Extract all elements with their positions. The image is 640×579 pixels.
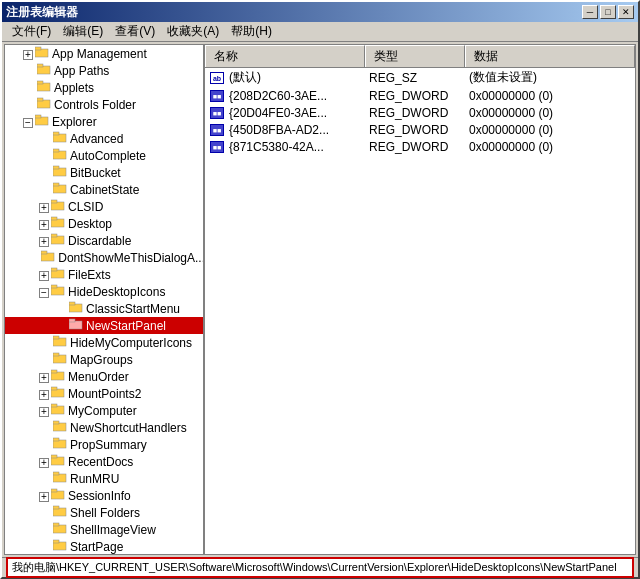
reg-entry-name: (默认) [225,69,365,86]
folder-icon [53,148,67,163]
tree-node[interactable]: − HideDesktopIcons [5,283,205,300]
svg-rect-59 [53,540,59,543]
folder-icon [51,369,65,384]
expand-button[interactable]: − [39,285,49,299]
svg-rect-43 [51,404,57,407]
folder-icon [51,454,65,469]
tree-node[interactable]: NewShortcutHandlers [5,419,205,436]
tree-node-label: Explorer [52,115,97,129]
tree-node[interactable]: StartPage [5,538,205,554]
tree-node[interactable]: AutoComplete [5,147,205,164]
main-content: + App Management App Paths Applets Contr… [4,44,636,555]
tree-node[interactable]: Controls Folder [5,96,205,113]
col-header-type[interactable]: 类型 [365,45,465,67]
tree-node[interactable]: RunMRU [5,470,205,487]
tree-node[interactable]: + CLSID [5,198,205,215]
svg-rect-39 [51,370,57,373]
col-header-data[interactable]: 数据 [465,45,635,67]
tree-node-label: NewShortcutHandlers [70,421,187,435]
expand-button[interactable]: + [39,268,49,282]
minimize-button[interactable]: ─ [582,5,598,19]
tree-node[interactable]: Applets [5,79,205,96]
reg-row[interactable]: ■■{871C5380-42A...REG_DWORD0x00000000 (0… [205,139,635,156]
tree-node[interactable]: + Desktop [5,215,205,232]
expand-button[interactable]: + [39,217,49,231]
tree-node[interactable]: App Paths [5,62,205,79]
reg-entry-data: 0x00000000 (0) [465,106,635,120]
expand-button[interactable]: + [23,47,33,61]
expand-button[interactable]: + [39,234,49,248]
reg-row[interactable]: ab(默认)REG_SZ(数值未设置) [205,68,635,88]
svg-rect-15 [53,166,59,169]
folder-icon [37,80,51,95]
svg-rect-23 [51,234,57,237]
menu-help[interactable]: 帮助(H) [225,22,278,41]
tree-scroll: + App Management App Paths Applets Contr… [5,45,205,554]
tree-node[interactable]: − Explorer [5,113,205,130]
tree-node[interactable]: BitBucket [5,164,205,181]
tree-node-label: StartPage [70,540,123,554]
expand-button[interactable]: + [39,404,49,418]
reg-row[interactable]: ■■{208D2C60-3AE...REG_DWORD0x00000000 (0… [205,88,635,105]
tree-node-label: CabinetState [70,183,139,197]
folder-icon [53,471,67,486]
tree-node[interactable]: + MyComputer [5,402,205,419]
tree-node[interactable]: ShellImageView [5,521,205,538]
expand-button[interactable]: + [39,200,49,214]
tree-node-label: MapGroups [70,353,133,367]
tree-node[interactable]: + MenuOrder [5,368,205,385]
svg-rect-37 [53,353,59,356]
folder-icon [53,522,67,537]
tree-node-label: Applets [54,81,94,95]
menu-edit[interactable]: 编辑(E) [57,22,109,41]
tree-node[interactable]: NewStartPanel [5,317,205,334]
folder-icon [51,386,65,401]
tree-node[interactable]: + RecentDocs [5,453,205,470]
tree-node-label: MountPoints2 [68,387,141,401]
svg-rect-5 [37,81,43,84]
folder-icon [51,403,65,418]
expand-button[interactable]: − [23,115,33,129]
folder-icon [51,284,65,299]
tree-node-label: Discardable [68,234,131,248]
reg-entry-name: {871C5380-42A... [225,140,365,154]
svg-rect-55 [53,506,59,509]
tree-node[interactable]: + SessionInfo [5,487,205,504]
reg-entry-name: {208D2C60-3AE... [225,89,365,103]
tree-node-label: PropSummary [70,438,147,452]
expand-button[interactable]: + [39,370,49,384]
tree-node[interactable]: HideMyComputerIcons [5,334,205,351]
reg-entry-data: (数值未设置) [465,69,635,86]
close-button[interactable]: ✕ [618,5,634,19]
menu-file[interactable]: 文件(F) [6,22,57,41]
folder-icon [53,352,67,367]
folder-icon [53,539,67,554]
tree-node[interactable]: Advanced [5,130,205,147]
tree-node[interactable]: + App Management [5,45,205,62]
tree-node[interactable]: CabinetState [5,181,205,198]
expand-button[interactable]: + [39,455,49,469]
tree-node[interactable]: + Discardable [5,232,205,249]
reg-entry-type: REG_DWORD [365,106,465,120]
tree-node[interactable]: DontShowMeThisDialogA... [5,249,205,266]
maximize-button[interactable]: □ [600,5,616,19]
tree-node[interactable]: + MountPoints2 [5,385,205,402]
menu-favorites[interactable]: 收藏夹(A) [161,22,225,41]
folder-icon [51,216,65,231]
reg-row[interactable]: ■■{20D04FE0-3AE...REG_DWORD0x00000000 (0… [205,105,635,122]
reg-row[interactable]: ■■{450D8FBA-AD2...REG_DWORD0x00000000 (0… [205,122,635,139]
tree-node[interactable]: Shell Folders [5,504,205,521]
col-header-name[interactable]: 名称 [205,45,365,67]
tree-node[interactable]: MapGroups [5,351,205,368]
folder-icon [53,505,67,520]
svg-rect-51 [53,472,59,475]
tree-node-label: BitBucket [70,166,121,180]
expand-button[interactable]: + [39,387,49,401]
menu-view[interactable]: 查看(V) [109,22,161,41]
tree-node-label: RecentDocs [68,455,133,469]
svg-rect-41 [51,387,57,390]
expand-button[interactable]: + [39,489,49,503]
tree-node[interactable]: + FileExts [5,266,205,283]
tree-node[interactable]: ClassicStartMenu [5,300,205,317]
tree-node[interactable]: PropSummary [5,436,205,453]
